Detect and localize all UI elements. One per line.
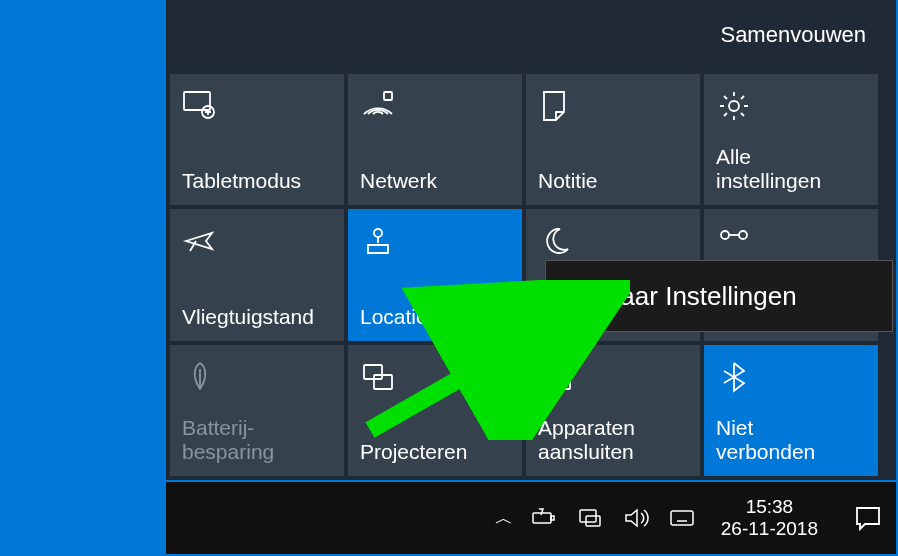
tile-airplane-mode[interactable]: Vliegtuigstand bbox=[170, 209, 344, 340]
note-icon bbox=[538, 88, 578, 128]
bluetooth-icon bbox=[716, 359, 756, 399]
clock-time: 15:38 bbox=[721, 496, 818, 518]
action-center-panel: Samenvouwen Tabletmodus Netwerk Notitie bbox=[166, 0, 896, 480]
tile-label: Niet verbonden bbox=[716, 416, 866, 464]
airplane-icon bbox=[182, 223, 222, 263]
svg-rect-7 bbox=[364, 365, 382, 379]
svg-rect-17 bbox=[671, 511, 693, 525]
location-icon bbox=[360, 223, 400, 263]
context-menu-item[interactable]: Ga naar Instellingen bbox=[545, 260, 893, 332]
tile-label: Locatie bbox=[360, 305, 510, 329]
tile-label: Batterij- besparing bbox=[182, 416, 332, 464]
collapse-button[interactable]: Samenvouwen bbox=[166, 0, 896, 70]
tile-project[interactable]: Projecteren bbox=[348, 345, 522, 476]
gear-icon bbox=[716, 88, 756, 128]
leaf-icon bbox=[182, 359, 222, 399]
tile-bluetooth[interactable]: Niet verbonden bbox=[704, 345, 878, 476]
tile-label: Tabletmodus bbox=[182, 169, 332, 193]
svg-rect-8 bbox=[374, 375, 392, 389]
action-center-icon[interactable] bbox=[850, 500, 886, 536]
tile-label: Projecteren bbox=[360, 440, 510, 464]
tile-note[interactable]: Notitie bbox=[526, 74, 700, 205]
power-icon[interactable] bbox=[529, 503, 559, 533]
tile-location[interactable]: Locatie bbox=[348, 209, 522, 340]
tooltip-label: Ga naar Instellingen bbox=[564, 281, 797, 312]
svg-rect-2 bbox=[384, 92, 392, 100]
vpn-icon bbox=[716, 223, 756, 263]
tile-label: Notitie bbox=[538, 169, 688, 193]
svg-rect-14 bbox=[551, 516, 554, 520]
tile-network[interactable]: Netwerk bbox=[348, 74, 522, 205]
system-tray: ︿ 15:38 26-11-2018 bbox=[495, 496, 886, 540]
clock-date: 26-11-2018 bbox=[721, 518, 818, 540]
tile-tablet-mode[interactable]: Tabletmodus bbox=[170, 74, 344, 205]
tile-label: Vliegtuigstand bbox=[182, 305, 332, 329]
connect-icon bbox=[538, 359, 578, 399]
tile-label: Apparaten aansluiten bbox=[538, 416, 688, 464]
collapse-label: Samenvouwen bbox=[720, 22, 866, 48]
svg-rect-11 bbox=[562, 363, 568, 369]
keyboard-icon[interactable] bbox=[667, 503, 697, 533]
svg-rect-13 bbox=[533, 513, 551, 523]
tile-battery-saver[interactable]: Batterij- besparing bbox=[170, 345, 344, 476]
taskbar-clock[interactable]: 15:38 26-11-2018 bbox=[713, 496, 826, 540]
tile-label: Alle instellingen bbox=[716, 145, 866, 193]
tray-overflow-chevron[interactable]: ︿ bbox=[495, 506, 513, 530]
svg-point-6 bbox=[739, 231, 747, 239]
volume-icon[interactable] bbox=[621, 503, 651, 533]
svg-rect-0 bbox=[184, 92, 210, 110]
svg-rect-16 bbox=[586, 516, 600, 526]
svg-rect-9 bbox=[542, 367, 564, 383]
network-tray-icon[interactable] bbox=[575, 503, 605, 533]
network-icon bbox=[360, 88, 400, 128]
tile-all-settings[interactable]: Alle instellingen bbox=[704, 74, 878, 205]
svg-point-4 bbox=[374, 229, 382, 237]
svg-point-3 bbox=[729, 101, 739, 111]
svg-point-5 bbox=[721, 231, 729, 239]
taskbar: ︿ 15:38 26-11-2018 bbox=[166, 482, 896, 554]
tile-connect-devices[interactable]: Apparaten aansluiten bbox=[526, 345, 700, 476]
tablet-icon bbox=[182, 88, 222, 128]
project-icon bbox=[360, 359, 400, 399]
tile-label: Netwerk bbox=[360, 169, 510, 193]
moon-icon bbox=[538, 223, 578, 263]
